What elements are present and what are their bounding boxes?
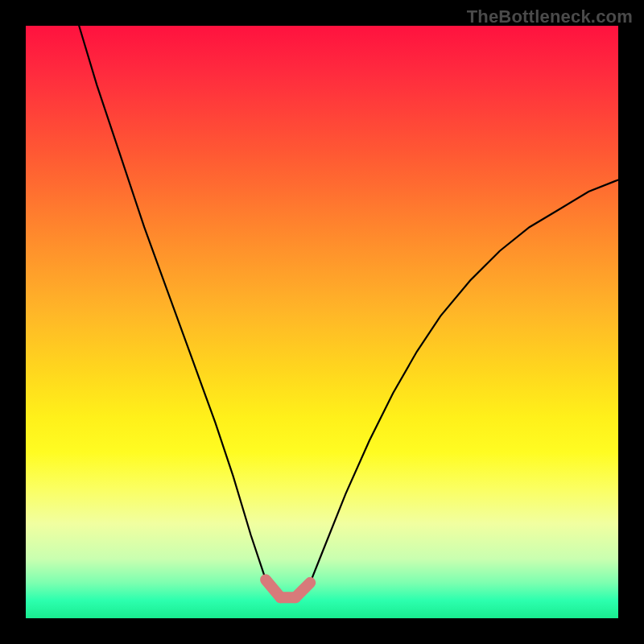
valley-markers bbox=[266, 580, 310, 597]
plot-area bbox=[26, 26, 618, 618]
curve-layer bbox=[26, 26, 618, 618]
watermark-text: TheBottleneck.com bbox=[467, 6, 633, 27]
chart-frame: TheBottleneck.com bbox=[0, 0, 644, 644]
bottleneck-curve bbox=[79, 26, 618, 597]
marker-right-foot bbox=[295, 583, 310, 597]
